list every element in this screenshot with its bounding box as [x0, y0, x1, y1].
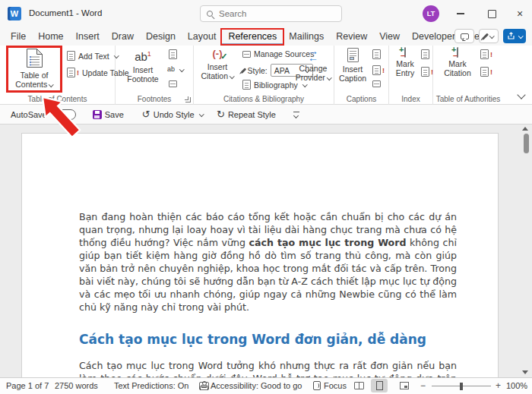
insert-authorities-button[interactable]: ! — [480, 49, 492, 59]
tab-developer[interactable]: Developer — [406, 27, 461, 46]
insert-index-button[interactable] — [421, 49, 429, 59]
read-mode-button[interactable] — [350, 379, 367, 392]
tab-review[interactable]: Review — [330, 27, 373, 46]
show-notes-icon — [169, 80, 177, 87]
update-figures-button[interactable]: ! — [372, 65, 385, 75]
maximize-button[interactable] — [484, 6, 499, 21]
search-box[interactable] — [200, 5, 342, 22]
zoom-slider-thumb[interactable] — [460, 383, 463, 390]
save-icon — [93, 110, 102, 119]
document-title: Document1 - Word — [29, 8, 102, 17]
tab-design[interactable]: Design — [140, 27, 182, 46]
tab-file[interactable]: File — [5, 27, 32, 46]
undo-button[interactable]: ↺ Undo Style — [142, 109, 203, 120]
cross-reference-icon — [372, 80, 381, 87]
toc-document-icon — [26, 48, 43, 68]
tab-home[interactable]: Home — [32, 27, 69, 46]
tab-label: Review — [336, 31, 367, 42]
style-label: Style: — [248, 66, 268, 75]
chevron-down-icon — [327, 75, 331, 80]
insert-footnote-button[interactable]: ab1 Insert Footnote — [122, 48, 164, 84]
mark-citation-button[interactable]: + – Mark Citation — [439, 48, 476, 77]
save-button[interactable]: Save — [93, 110, 124, 119]
next-footnote-button[interactable]: ab — [167, 65, 184, 73]
focus-button[interactable]: Focus — [313, 381, 347, 390]
share-button[interactable] — [503, 29, 526, 43]
zoom-out-button[interactable]: − — [420, 380, 426, 391]
editing-mode-button[interactable] — [479, 29, 499, 43]
tab-view[interactable]: View — [373, 27, 406, 46]
redo-icon: ↻ — [217, 109, 225, 120]
collapse-ribbon-icon[interactable] — [517, 90, 525, 99]
document-page[interactable]: Bạn đang hoàn thiện các báo cáo tổng kết… — [21, 133, 499, 377]
group-index: + – Mark Entry ! Index — [389, 46, 433, 105]
scroll-down-icon[interactable] — [522, 370, 528, 374]
tab-mailings[interactable]: Mailings — [283, 27, 330, 46]
change-provider-button[interactable]: →← Change Provider — [294, 48, 332, 82]
web-layout-button[interactable] — [396, 379, 413, 392]
insert-endnote-button[interactable] — [169, 49, 177, 59]
chevron-down-icon — [199, 112, 204, 116]
change-provider-icon: →← — [308, 48, 318, 61]
chevron-down-icon — [302, 82, 307, 87]
scrollbar-thumb[interactable] — [524, 134, 529, 153]
chevron-down-icon — [489, 33, 494, 38]
insert-table-of-figures-button[interactable] — [372, 49, 381, 59]
add-text-button[interactable]: Add Text — [67, 51, 118, 61]
exclamation-icon: ! — [382, 67, 385, 74]
dialog-launcher-icon[interactable] — [185, 97, 191, 102]
status-bar: Page 1 of 7 2750 words Text Predictions:… — [0, 377, 532, 394]
search-input[interactable] — [219, 9, 325, 18]
update-authorities-button[interactable]: ! — [480, 67, 492, 77]
quickbar-overflow-button[interactable] — [293, 112, 300, 118]
tab-insert[interactable]: Insert — [70, 27, 106, 46]
insert-caption-button[interactable]: Insert Caption — [336, 48, 369, 83]
repeat-button[interactable]: ↻ Repeat Style — [217, 109, 276, 120]
zoom-in-button[interactable]: + — [496, 380, 501, 391]
text-predictions[interactable]: Text Predictions: On — [114, 381, 209, 390]
update-index-button[interactable]: ! — [421, 67, 433, 77]
accessibility-status[interactable]: Accessibility: Good to go — [199, 381, 302, 390]
word-count[interactable]: 2750 words — [55, 381, 98, 390]
accessibility-label: Accessibility: Good to go — [211, 381, 302, 390]
insert-citation-button[interactable]: (-)✓ Insert Citation — [195, 48, 239, 80]
print-layout-button[interactable] — [371, 379, 388, 392]
vertical-scrollbar[interactable] — [520, 125, 531, 377]
tab-layout[interactable]: Layout — [182, 27, 223, 46]
paragraph-1[interactable]: Bạn đang hoàn thiện các báo cáo tổng kết… — [79, 210, 457, 314]
word-logo-icon: W — [8, 7, 21, 20]
zoom-slider[interactable] — [432, 386, 491, 386]
comments-button[interactable] — [454, 29, 474, 43]
mark-entry-button[interactable]: + – Mark Entry — [391, 48, 420, 77]
group-label-index: Index — [389, 95, 432, 103]
manage-sources-icon — [242, 51, 251, 58]
tab-draw[interactable]: Draw — [106, 27, 140, 46]
repeat-label: Repeat Style — [228, 110, 276, 119]
next-footnote-icon: ab — [167, 65, 175, 73]
autosave-toggle[interactable] — [53, 109, 76, 120]
exclamation-icon: ! — [77, 69, 79, 77]
update-table-icon — [67, 68, 75, 77]
insert-citation-icon: (-)✓ — [213, 48, 223, 60]
minimize-button[interactable] — [453, 6, 468, 21]
tab-label: Home — [38, 31, 63, 42]
chevron-down-icon — [179, 67, 184, 71]
ribbon-right-spacer — [503, 46, 532, 104]
accessibility-icon — [199, 381, 207, 390]
page-indicator[interactable]: Page 1 of 7 — [6, 381, 49, 390]
cross-reference-button[interactable] — [372, 80, 381, 87]
tab-label: Draw — [112, 31, 134, 42]
document-heading[interactable]: Cách tạo mục lục trong Word đơn giản, dễ… — [79, 331, 457, 348]
group-authorities: + – Mark Citation ! ! Table of Authoriti… — [433, 46, 503, 105]
ribbon: Table of Contents Add Text ! Update Tabl… — [0, 46, 532, 105]
print-layout-icon — [376, 381, 383, 390]
avatar[interactable]: LT — [423, 5, 439, 22]
document-canvas: Bạn đang hoàn thiện các báo cáo tổng kết… — [0, 125, 532, 377]
zoom-level[interactable]: 100% — [506, 381, 527, 390]
tab-references[interactable]: References — [222, 27, 283, 46]
close-button[interactable]: × — [512, 6, 527, 21]
table-of-contents-button[interactable]: Table of Contents — [6, 48, 62, 89]
web-layout-icon — [400, 382, 409, 389]
show-notes-button[interactable] — [169, 80, 177, 87]
scroll-up-icon[interactable] — [522, 127, 528, 131]
